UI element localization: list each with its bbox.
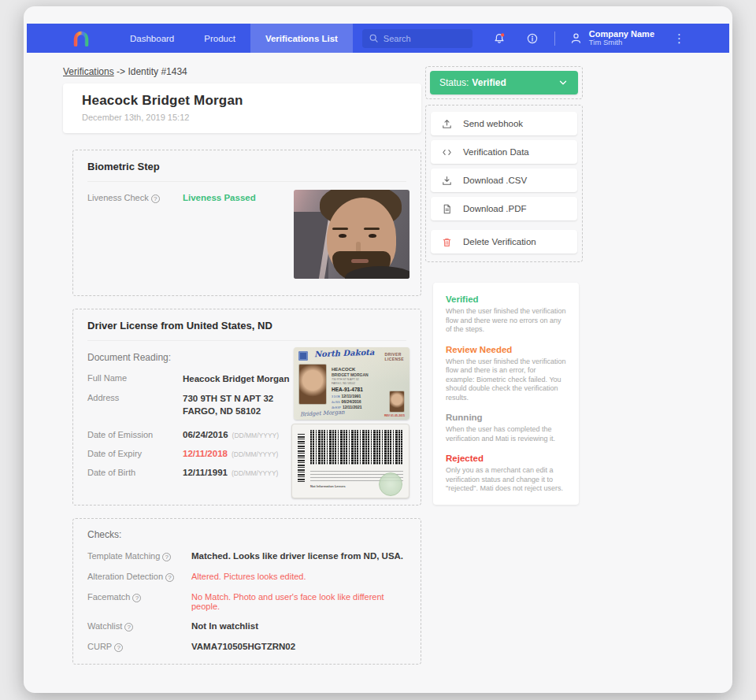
check-value: VAMA710505HGTZRN02 bbox=[191, 642, 406, 651]
address-label: Address bbox=[87, 393, 183, 402]
biometric-step-card: Biometric Step Liveness Check? Liveness … bbox=[72, 150, 421, 296]
check-value: Not In watchlist bbox=[191, 621, 406, 631]
date-format-hint: (DD/MM/YYYY) bbox=[232, 469, 279, 477]
check-row-alteration-detection: Alteration Detection? Altered. Pictures … bbox=[87, 572, 406, 582]
license-signature: Bridget Morgan bbox=[300, 409, 345, 418]
legend-running-text: When the user has completed the verifica… bbox=[446, 425, 566, 443]
check-row-curp: CURP? VAMA710505HGTZRN02 bbox=[87, 642, 406, 652]
main-content: Verifications -> Identity #1434 Heacock … bbox=[24, 53, 732, 677]
legend-review-needed: Review Needed When the user finished the… bbox=[446, 345, 566, 403]
date-format-hint: (DD/MM/YYYY) bbox=[232, 431, 280, 439]
user-name: Tim Smith bbox=[589, 39, 654, 47]
check-value: No Match. Photo and user's face look lik… bbox=[191, 592, 406, 611]
actions-group: Send webhook Verification Data Download … bbox=[425, 105, 583, 262]
date-of-expiry-value: 12/11/2018(DD/MM/YYYY) bbox=[183, 449, 278, 458]
code-icon bbox=[441, 146, 453, 158]
check-row-watchlist: Watchlist? Not In watchlist bbox=[87, 621, 406, 631]
license-number: HEA-91-4781 bbox=[332, 387, 369, 394]
full-name-label: Full Name bbox=[87, 373, 183, 383]
question-icon[interactable]: ? bbox=[124, 623, 133, 631]
download-csv-button[interactable]: Download .CSV bbox=[431, 169, 577, 192]
license-given-names: BRIDGET MORGAN bbox=[332, 372, 369, 378]
check-value: Matched. Looks like driver license from … bbox=[191, 551, 406, 561]
user-menu[interactable]: Company Name Tim Smith bbox=[569, 29, 654, 48]
breadcrumb: Verifications -> Identity #1434 bbox=[63, 66, 421, 77]
legend-running: Running When the user has completed the … bbox=[446, 413, 566, 443]
liveness-result: Liveness Passed bbox=[183, 193, 256, 202]
date-of-emission-label: Date of Emission bbox=[87, 430, 183, 439]
kebab-menu-icon[interactable]: ⋮ bbox=[673, 31, 685, 46]
divider bbox=[87, 340, 406, 341]
license-back-seal bbox=[379, 472, 402, 496]
trash-icon bbox=[441, 236, 453, 248]
license-surname: HEACOCK bbox=[332, 366, 369, 372]
license-back-photo: Not Information Lenses bbox=[291, 424, 410, 498]
upload-icon bbox=[441, 118, 453, 130]
status-legend-card: Verified When the user finished the veri… bbox=[433, 283, 579, 505]
verification-detail-column: Verifications -> Identity #1434 Heacock … bbox=[63, 66, 421, 677]
check-row-facematch: Facematch? No Match. Photo and user's fa… bbox=[87, 592, 406, 611]
status-value: Verified bbox=[472, 77, 506, 88]
screen: Dashboard Product Verifications List bbox=[0, 0, 756, 700]
license-front-photo: North Dakota DRIVERLICENSE HEACOCK BRIDG… bbox=[294, 347, 410, 420]
legend-rejected-title: Rejected bbox=[446, 454, 566, 463]
help-info-icon[interactable] bbox=[526, 32, 539, 45]
search-box[interactable] bbox=[362, 29, 472, 48]
legend-verified-text: When the user finished the verification … bbox=[446, 307, 566, 335]
status-dropdown[interactable]: Status: Verified bbox=[430, 71, 578, 94]
address-value: 730 9TH ST N APT 32FARGO, ND 58102 bbox=[183, 393, 273, 417]
legend-verified-title: Verified bbox=[446, 294, 566, 304]
driver-license-card: Driver License from United States, ND Do… bbox=[72, 309, 421, 506]
check-row-template-matching: Template Matching? Matched. Looks like d… bbox=[87, 551, 406, 561]
breadcrumb-current: Identity #1434 bbox=[128, 66, 187, 77]
mati-logo-icon[interactable] bbox=[72, 31, 90, 46]
identity-header-card: Heacock Bridget Morgan December 13th, 20… bbox=[63, 83, 421, 133]
question-icon[interactable]: ? bbox=[165, 573, 174, 582]
license-portrait bbox=[298, 364, 327, 405]
license-emblem bbox=[298, 351, 308, 361]
search-icon bbox=[369, 33, 379, 43]
app-window: Dashboard Product Verifications List bbox=[24, 6, 732, 693]
license-doc-type: DRIVERLICENSE bbox=[385, 352, 404, 362]
selfie-photo bbox=[294, 190, 410, 279]
legend-running-title: Running bbox=[446, 413, 566, 422]
delete-verification-button[interactable]: Delete Verification bbox=[431, 230, 577, 254]
status-dropdown-container: Status: Verified bbox=[425, 66, 583, 99]
question-icon[interactable]: ? bbox=[114, 643, 123, 652]
top-navbar: Dashboard Product Verifications List bbox=[27, 24, 729, 53]
nav-divider bbox=[554, 31, 555, 46]
breadcrumb-verifications-link[interactable]: Verifications bbox=[63, 66, 114, 77]
document-icon bbox=[441, 203, 453, 215]
question-icon[interactable]: ? bbox=[162, 553, 171, 561]
chevron-down-icon bbox=[558, 77, 569, 88]
tab-dashboard[interactable]: Dashboard bbox=[115, 24, 189, 53]
verification-datetime: December 13th, 2019 15:12 bbox=[82, 113, 402, 122]
license-pdf417-barcode bbox=[310, 430, 403, 465]
full-name-value: Heacock Bridget Morgan bbox=[183, 373, 302, 383]
download-pdf-button[interactable]: Download .PDF bbox=[431, 197, 577, 220]
date-format-hint: (DD/MM/YYYY) bbox=[232, 450, 279, 458]
checks-card: Checks: Template Matching? Matched. Look… bbox=[72, 518, 421, 665]
checks-title: Checks: bbox=[87, 529, 406, 540]
date-of-expiry-label: Date of Expiry bbox=[87, 449, 183, 458]
verification-data-button[interactable]: Verification Data bbox=[431, 140, 577, 164]
divider bbox=[87, 181, 406, 182]
legend-review-needed-text: When the user finished the verification … bbox=[446, 357, 566, 403]
actions-column: Status: Verified Send webhook bbox=[425, 66, 583, 677]
legend-rejected: Rejected Only you as a merchant can edit… bbox=[446, 454, 566, 494]
liveness-check-label: Liveness Check? bbox=[87, 193, 183, 203]
notifications-bell-icon[interactable] bbox=[493, 32, 506, 45]
question-icon[interactable]: ? bbox=[132, 594, 141, 602]
question-icon[interactable]: ? bbox=[151, 194, 160, 203]
biometric-step-title: Biometric Step bbox=[87, 161, 406, 172]
search-input[interactable] bbox=[384, 34, 470, 43]
date-of-birth-value: 12/11/1991(DD/MM/YYYY) bbox=[183, 468, 278, 477]
tab-verifications-list[interactable]: Verifications List bbox=[250, 24, 353, 53]
legend-verified: Verified When the user finished the veri… bbox=[446, 294, 566, 335]
send-webhook-button[interactable]: Send webhook bbox=[431, 112, 577, 135]
tab-product[interactable]: Product bbox=[189, 24, 250, 53]
identity-name-title: Heacock Bridget Morgan bbox=[82, 93, 402, 109]
date-of-birth-label: Date of Birth bbox=[87, 468, 183, 477]
check-value: Altered. Pictures looks edited. bbox=[191, 572, 406, 581]
driver-license-title: Driver License from United States, ND bbox=[87, 320, 406, 331]
